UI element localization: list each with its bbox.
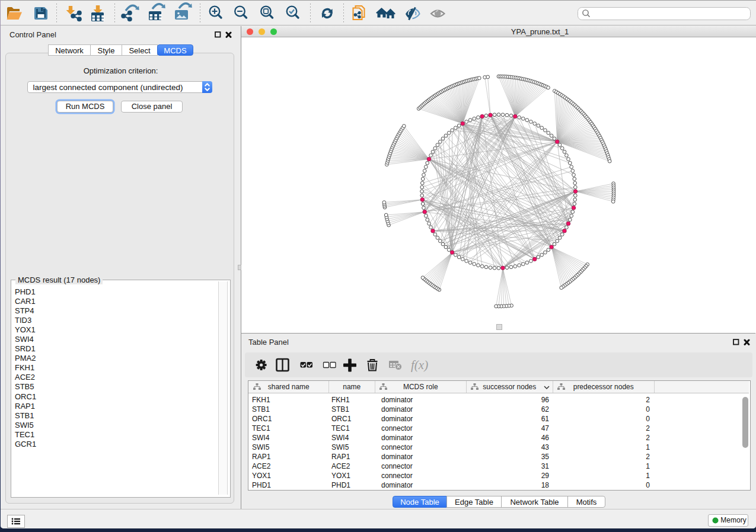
svg-text:f(x): f(x) [411, 358, 428, 372]
